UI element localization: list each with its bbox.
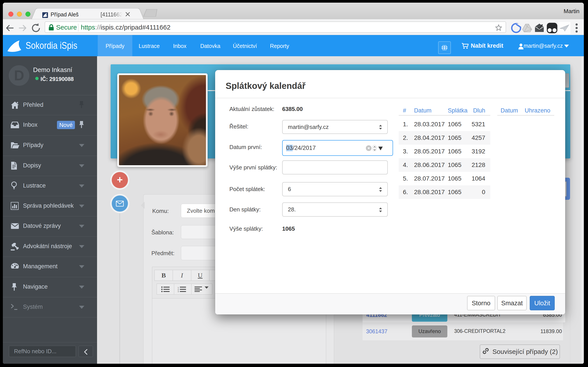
svg-text:3: 3 bbox=[178, 290, 179, 292]
